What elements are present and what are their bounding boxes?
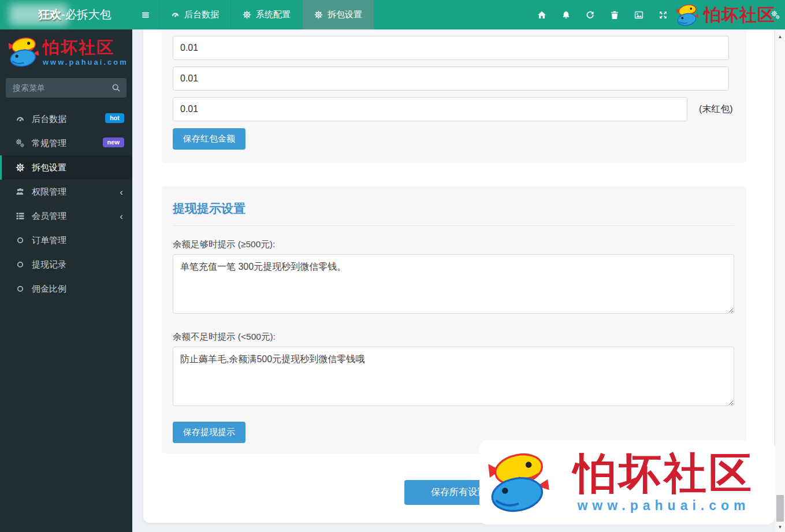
fullscreen-icon [658,10,668,20]
sidebar-item-general-management[interactable]: 常规管理 new [0,131,132,155]
balance-enough-label: 余额足够时提示 (≥500元): [173,239,275,251]
home-button[interactable] [537,10,546,20]
main-content: (末红包) 保存红包金额 提现提示设置 余额足够时提示 (≥500元): 单笔充… [132,29,775,532]
gear-icon [16,163,25,172]
menu-label: 拆包设置 [32,162,66,173]
home-icon [537,10,546,20]
withdraw-section-title: 提现提示设置 [173,200,245,217]
clear-cache-button[interactable] [610,10,619,20]
app-title: 狂欢-必拆大包 [38,0,111,29]
last-packet-note: (末红包) [699,103,733,116]
sidebar-item-permission-management[interactable]: 权限管理 ‹ [0,180,132,204]
fish-logo-icon [5,33,43,71]
content-card: (末红包) 保存红包金额 提现提示设置 余额足够时提示 (≥500元): 单笔充… [143,29,774,523]
scroll-up-button[interactable]: ▲ [775,32,785,42]
settings-button[interactable] [771,0,780,29]
search-icon[interactable] [111,83,121,92]
menu-label: 会员管理 [32,211,66,222]
menu-label: 提现记录 [32,259,66,270]
circle-icon [16,284,25,293]
save-withdraw-tips-button[interactable]: 保存提现提示 [173,422,245,443]
app-root: 狂欢-必拆大包 后台数据 系统配置 拆包设置 怕坏社区 www.pahuai.c… [0,0,785,532]
page-scrollbar[interactable]: ▲ ▼ [775,29,785,532]
red-packet-amount-input-1[interactable] [173,36,729,60]
circle-icon [16,260,25,269]
balance-enough-textarea[interactable]: 单笔充值一笔 300元提现秒到微信零钱。 [173,254,734,314]
menu-label: 订单管理 [32,235,66,246]
gears-icon [771,10,780,20]
tab-system-config[interactable]: 系统配置 [230,0,302,29]
sidebar-item-withdraw-records[interactable]: 提现记录 [0,252,132,277]
sidebar-item-unpack-settings[interactable]: 拆包设置 [0,155,132,180]
menu-label: 权限管理 [32,187,66,198]
nav-icon-group [537,0,668,29]
chevron-left-icon: ‹ [120,211,123,221]
gear-icon [243,10,251,19]
withdraw-tips-panel [162,186,746,453]
sidebar: 怕坏社区 www.pahuai.com 后台数据 hot 常规管理 new 拆包… [0,29,132,532]
sidebar-brand-name: 怕坏社区 [43,38,128,57]
scrollbar-thumb[interactable] [776,495,784,522]
menu-label: 佣金比例 [32,284,66,295]
tab-label: 系统配置 [256,9,291,20]
sidebar-menu: 后台数据 hot 常规管理 new 拆包设置 权限管理 ‹ 会员管理 ‹ [0,107,132,301]
list-icon [16,211,25,221]
app-title-rest: -必拆大包 [61,8,111,21]
bell-icon [561,10,571,20]
app-title-bold: 狂欢 [38,8,61,21]
sidebar-logo-text: 怕坏社区 www.pahuai.com [43,38,128,66]
sidebar-brand-url: www.pahuai.com [43,58,128,66]
gear-icon [314,10,323,19]
hamburger-icon [141,10,150,20]
top-navbar: 狂欢-必拆大包 后台数据 系统配置 拆包设置 [0,0,785,29]
hot-badge: hot [105,113,124,123]
section-divider [173,225,734,226]
chevron-left-icon: ‹ [120,187,123,197]
menu-search-input[interactable] [6,78,127,98]
dashboard-icon [171,10,180,19]
new-badge: new [103,137,124,147]
trash-icon [610,10,619,20]
sidebar-item-order-management[interactable]: 订单管理 [0,228,132,252]
nav-tabs: 后台数据 系统配置 拆包设置 [132,0,374,29]
users-icon [16,187,25,196]
sidebar-search [6,78,127,98]
image-icon [634,10,643,20]
red-packet-amount-input-last[interactable] [173,97,687,121]
sidebar-item-commission-ratio[interactable]: 佣金比例 [0,277,132,301]
tab-label: 拆包设置 [328,9,362,20]
brand-area: 狂欢-必拆大包 [0,0,132,29]
save-red-packet-button[interactable]: 保存红包金额 [173,128,245,150]
gears-icon [16,139,25,148]
sidebar-toggle-button[interactable] [132,0,159,29]
red-packet-amount-input-2[interactable] [173,66,729,91]
save-all-settings-button[interactable]: 保存所有设置 [404,480,513,505]
image-button[interactable] [634,10,643,20]
dashboard-icon [16,114,25,124]
circle-icon [16,236,25,245]
refresh-button[interactable] [586,10,595,20]
menu-label: 常规管理 [32,138,66,149]
balance-short-textarea[interactable]: 防止薅羊毛,余额满500元提现秒到微信零钱哦 [173,347,734,406]
refresh-icon [586,10,595,20]
tab-unpack-settings[interactable]: 拆包设置 [302,0,374,29]
tab-label: 后台数据 [184,9,219,20]
menu-label: 后台数据 [32,114,66,125]
sidebar-item-member-management[interactable]: 会员管理 ‹ [0,204,132,228]
sidebar-logo: 怕坏社区 www.pahuai.com [0,29,132,73]
tab-backend-data[interactable]: 后台数据 [159,0,230,29]
scroll-down-button[interactable]: ▼ [775,522,785,532]
notifications-button[interactable] [561,10,571,20]
balance-short-label: 余额不足时提示 (<500元): [173,331,276,343]
sidebar-item-backend-data[interactable]: 后台数据 hot [0,107,132,131]
fullscreen-button[interactable] [658,10,668,20]
